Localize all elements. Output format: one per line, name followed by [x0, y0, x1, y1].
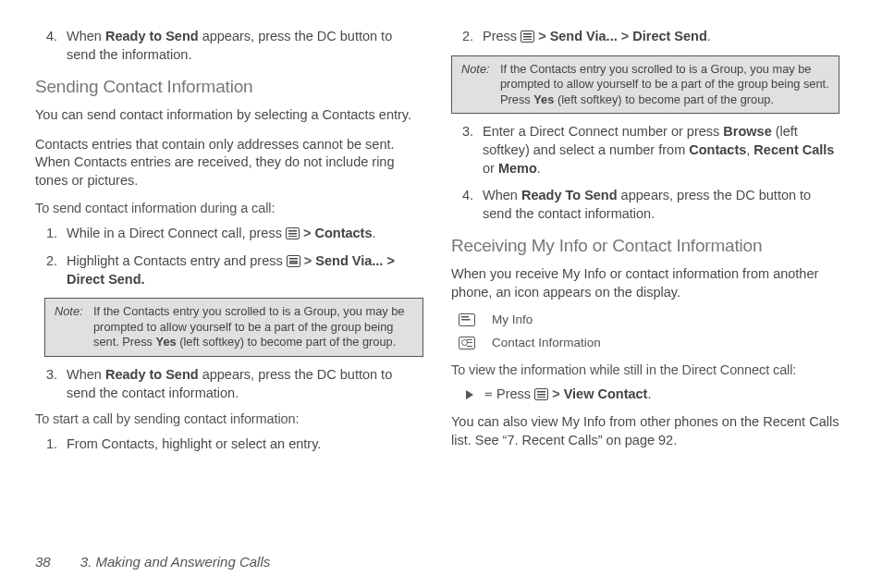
icon-label: Contact Information	[492, 336, 601, 349]
note-text: If the Contacts entry you scrolled to is…	[500, 62, 829, 108]
bold-text: Recent Calls	[753, 142, 834, 157]
gt-symbol: >	[304, 253, 312, 268]
step-list-start-call-cont: 2. Press > Send Via... > Direct Send.	[451, 28, 839, 46]
step-list-during-call-cont: 3. When Ready to Send appears, press the…	[35, 366, 423, 402]
paragraph: Contacts entries that contain only addre…	[35, 136, 423, 190]
gt-symbol: >	[552, 386, 559, 401]
bold-text: Contacts	[689, 142, 746, 157]
step-4-top: 4. When Ready to Send appears, press the…	[52, 28, 423, 64]
step-1: 1. From Contacts, highlight or select an…	[52, 435, 423, 454]
myinfo-icon	[459, 313, 475, 326]
note-box: Note: If the Contacts entry you scrolled…	[451, 55, 839, 115]
chapter-title: 3. Making and Answering Calls	[80, 554, 270, 570]
note-box: Note: If the Contacts entry you scrolled…	[44, 298, 423, 357]
note-label: Note:	[461, 62, 500, 108]
gt-symbol: >	[538, 29, 545, 43]
text: .	[373, 226, 376, 240]
bold-text: Ready to Send	[105, 367, 199, 382]
bold-text: Direct Send	[632, 29, 707, 43]
step-list-start-call-cont2: 3. Enter a Direct Connect number or pres…	[451, 123, 839, 223]
paragraph: You can send contact information by sele…	[35, 106, 423, 125]
gt-symbol: >	[621, 29, 629, 43]
subheading-start-call: To start a call by sending contact infor…	[35, 411, 423, 426]
step-number: 4.	[46, 28, 57, 46]
note-text: If the Contacts entry you scrolled to is…	[93, 304, 413, 350]
step-2: 2. Press > Send Via... > Direct Send.	[468, 28, 839, 46]
bold-text: Ready to Send	[105, 29, 199, 43]
bold-text: Yes	[533, 92, 554, 106]
page-footer: 38 3. Making and Answering Calls	[35, 554, 270, 570]
right-column: 2. Press > Send Via... > Direct Send. No…	[451, 28, 839, 463]
menu-icon	[521, 31, 534, 43]
step-number: 2.	[46, 252, 57, 271]
bold-text: Ready To Send	[521, 188, 618, 202]
step-number: 1.	[46, 225, 57, 243]
page-content: 4. When Ready to Send appears, press the…	[0, 0, 882, 472]
subheading-send-during-call: To send contact information during a cal…	[35, 201, 423, 215]
text: Press	[483, 29, 521, 43]
text: When	[67, 29, 105, 43]
arrow-list: Press > View Contact.	[451, 386, 839, 402]
contact-info-icon	[459, 337, 475, 349]
bold-text: View Contact	[564, 386, 648, 401]
text: Enter a Direct Connect number or press	[483, 124, 723, 139]
heading-receiving: Receiving My Info or Contact Information	[451, 236, 839, 256]
text: When	[483, 188, 521, 202]
bold-text: Send Via...	[550, 29, 618, 43]
step-number: 1.	[46, 435, 57, 454]
step-1: 1. While in a Direct Connect call, press…	[52, 225, 423, 243]
text: When	[67, 367, 105, 382]
note-label: Note:	[55, 304, 93, 350]
text: (left softkey) to become part of the gro…	[554, 92, 774, 106]
step-list-during-call: 1. While in a Direct Connect call, press…	[35, 225, 423, 288]
bold-text: Yes	[156, 335, 177, 349]
step-number: 3.	[462, 123, 473, 141]
page-number: 38	[35, 554, 51, 570]
arrow-item: Press > View Contact.	[468, 386, 839, 402]
text: (left softkey) to become part of the gro…	[177, 335, 397, 349]
text: .	[537, 161, 541, 176]
icon-label: My Info	[492, 312, 533, 326]
bold-text: Browse	[723, 124, 771, 139]
text: From Contacts, highlight or select an en…	[67, 436, 321, 451]
text: Press	[496, 386, 534, 401]
menu-icon	[287, 255, 300, 267]
icon-legend: My Info Contact Information	[459, 312, 839, 349]
icon-row-contact: Contact Information	[459, 336, 839, 349]
bold-text: Contacts	[314, 226, 372, 240]
text: .	[647, 386, 651, 401]
left-column: 4. When Ready to Send appears, press the…	[35, 28, 423, 463]
step-number: 2.	[462, 28, 473, 46]
step-list-start-call: 1. From Contacts, highlight or select an…	[35, 435, 423, 454]
text: or	[483, 161, 498, 176]
step-4: 4. When Ready To Send appears, press the…	[468, 187, 839, 223]
menu-icon	[286, 227, 300, 239]
step-number: 3.	[46, 366, 57, 385]
step-3: 3. When Ready to Send appears, press the…	[52, 366, 423, 402]
text: While in a Direct Connect call, press	[67, 226, 286, 240]
text: .	[707, 29, 711, 43]
menu-icon	[534, 388, 548, 400]
step-3: 3. Enter a Direct Connect number or pres…	[468, 123, 839, 178]
gt-symbol: >	[303, 226, 311, 240]
step-list-continued: 4. When Ready to Send appears, press the…	[35, 28, 423, 64]
text: Highlight a Contacts entry and press	[67, 253, 287, 268]
step-number: 4.	[462, 187, 473, 205]
subheading-view-info: To view the information while still in t…	[451, 362, 839, 377]
step-2: 2. Highlight a Contacts entry and press …	[52, 252, 423, 288]
triangle-bullet-icon	[466, 390, 473, 399]
paragraph: You can also view My Info from other pho…	[451, 413, 839, 449]
paragraph: When you receive My Info or contact info…	[451, 265, 839, 301]
icon-row-myinfo: My Info	[459, 312, 839, 326]
heading-sending-contact: Sending Contact Information	[35, 77, 423, 97]
bold-text: Memo	[498, 161, 537, 176]
